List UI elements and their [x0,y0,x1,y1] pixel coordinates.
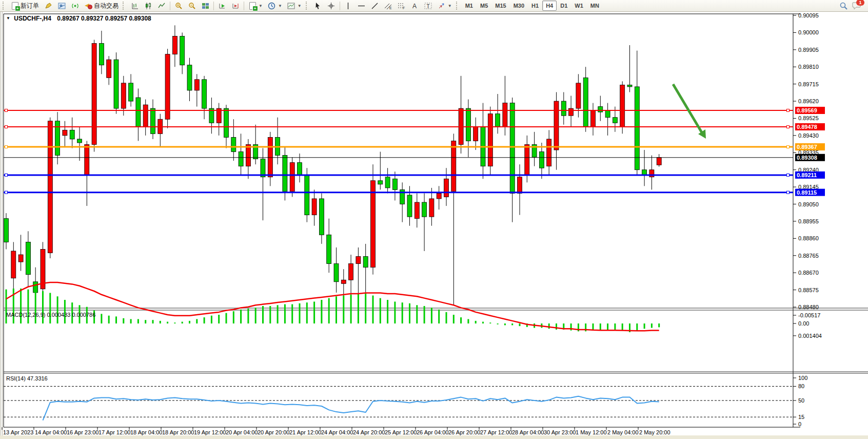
timeframe-H1[interactable]: H1 [528,1,542,11]
svg-text:E: E [389,6,392,10]
bear-candle [231,137,236,151]
line-handle[interactable] [5,109,8,111]
text-label-button[interactable]: T [422,1,435,11]
price-axis-label: 0.89620 [798,98,819,104]
line-handle[interactable] [787,174,790,176]
bear-candle [510,103,515,194]
templates-button[interactable]: ▼ [285,1,304,11]
styler-button[interactable] [42,1,55,11]
time-axis-label: 24 Apr 04:00 [321,429,353,435]
indicators-button[interactable]: + ▼ [246,1,265,11]
bear-candle [129,83,133,101]
time-axis-label: 24 Apr 20:00 [353,429,385,435]
price-axis-label: 0.88765 [798,253,819,259]
bull-candle [444,179,449,197]
bull-candle [657,158,661,165]
charts-window-button[interactable] [55,1,68,11]
chevron-down-icon: ▼ [448,4,452,8]
timeframe-W1[interactable]: W1 [571,1,587,11]
collapse-triangle-icon: ▼ [6,16,10,21]
line-handle[interactable] [787,126,790,128]
bull-candle [451,141,456,191]
crosshair-button[interactable] [325,1,338,11]
bear-candle [77,139,82,143]
bull-candle [92,44,96,145]
price-axis-label: 0.89050 [798,201,819,207]
fibo-button[interactable]: F [395,1,408,11]
time-axis-label: 2 May 04:00 [607,429,639,435]
zoom-in-button[interactable] [172,1,185,11]
text-button[interactable]: A [408,1,422,11]
toolbar: + 新订单 自动交易 [0,0,868,12]
line-handle[interactable] [787,146,790,148]
timeframe-D1[interactable]: D1 [557,1,571,11]
line-chart-button[interactable] [155,1,168,11]
line-handle[interactable] [787,191,790,194]
templates-icon [287,2,295,10]
bear-candle [363,257,368,268]
macd-indicator-label: MACD(12,26,9) 0.000433 0.000786 [6,312,95,318]
cursor-button[interactable] [311,1,325,11]
time-axis-label: 13 Apr 2023 [3,429,33,435]
line-handle[interactable] [5,174,8,176]
autoscroll-button[interactable] [215,1,229,11]
new-order-button[interactable]: + 新订单 [8,1,42,11]
line-handle[interactable] [787,109,790,111]
zoom-out-button[interactable] [185,1,199,11]
time-axis-label: 28 Apr 04:00 [512,429,544,435]
toolbar-grip[interactable] [456,2,460,10]
bear-candle [151,108,155,133]
chart-canvas: 0.900950.900000.899050.898100.897150.896… [0,0,868,439]
timeframe-M30[interactable]: M30 [510,1,528,11]
bar-chart-button[interactable] [128,1,142,11]
rsi-axis-label: 0 [798,421,801,427]
vline-button[interactable] [342,1,355,11]
bear-candle [55,121,60,156]
timeframe-M1[interactable]: M1 [462,1,477,11]
signal-button[interactable] [68,1,82,11]
timeframe-M15[interactable]: M15 [491,1,509,11]
tile-windows-button[interactable] [199,1,212,11]
periods-icon [268,2,276,10]
trendline-button[interactable] [368,1,382,11]
vline-icon [344,2,352,10]
timeframe-MN[interactable]: MN [587,1,603,11]
chart-shift-button[interactable] [229,1,242,11]
arrows-button[interactable]: ▼ [435,1,455,11]
toolbar-grip[interactable] [3,2,7,10]
textlabel-icon: T [424,2,432,10]
line-handle[interactable] [5,126,8,128]
chat-icon[interactable]: 1 [852,2,862,10]
line-handle[interactable] [5,146,8,148]
hline-button[interactable] [355,1,368,11]
symbol-period-label: USDCHF-,H4 [14,15,51,22]
autotrading-button[interactable]: 自动交易 [82,1,121,11]
line-handle[interactable] [5,191,8,194]
channel-button[interactable]: E [382,1,395,11]
bull-candle [194,80,199,90]
bull-candle [576,83,581,108]
toolbar-grip[interactable] [306,2,310,10]
rsi-axis-label: 15 [798,414,804,420]
price-axis-label: 0.88575 [798,287,819,293]
bear-candle [422,202,427,217]
search-icon[interactable] [839,2,847,10]
bull-candle [525,144,529,175]
bull-candle [620,85,625,126]
bull-candle [356,257,361,264]
timeframe-M5[interactable]: M5 [477,1,491,11]
autoscroll-icon [218,2,226,10]
price-tag-label: 0.89211 [797,172,817,178]
toolbar-grip[interactable] [123,2,127,10]
bull-candle [488,114,492,166]
periods-button[interactable]: ▼ [265,1,285,11]
timeframe-H4[interactable]: H4 [542,1,557,11]
bear-candle [283,156,287,192]
bull-candle [349,264,353,280]
bear-candle [334,264,339,282]
candlestick-button[interactable] [142,1,155,11]
timeframe-group: M1M5M15M30H1H4D1W1MN [462,1,603,11]
rsi-axis-label: 80 [798,383,804,389]
bear-candle [561,101,566,116]
bear-candle [605,110,610,118]
